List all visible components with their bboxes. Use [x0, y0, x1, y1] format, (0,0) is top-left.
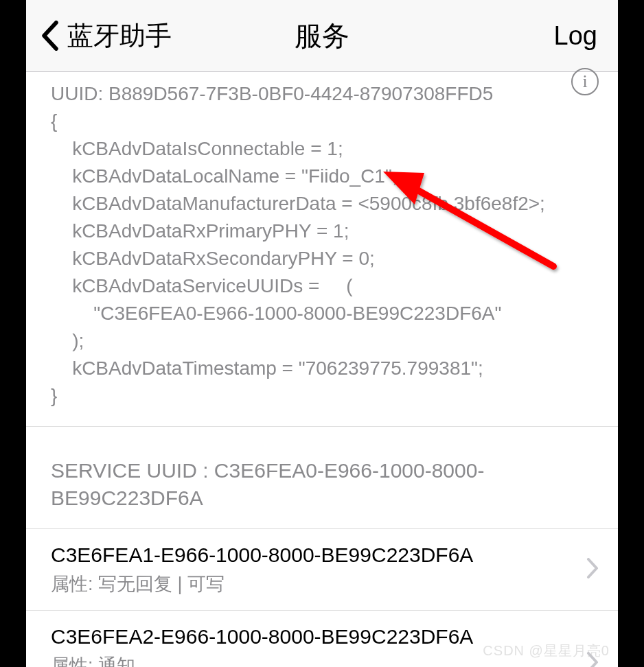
characteristic-props: 属性: 写无回复 | 可写	[51, 572, 593, 596]
log-button[interactable]: Log	[554, 21, 618, 51]
adv-data-text: UUID: B889D567-7F3B-0BF0-4424-87907308FF…	[51, 80, 593, 410]
characteristic-row[interactable]: C3E6FEA1-E966-1000-8000-BE99C223DF6A 属性:…	[26, 529, 618, 611]
characteristic-uuid: C3E6FEA1-E966-1000-8000-BE99C223DF6A	[51, 541, 593, 569]
app-frame: 蓝牙助手 服务 Log i UUID: B889D567-7F3B-0BF0-4…	[26, 0, 618, 667]
service-label-prefix: SERVICE UUID :	[51, 459, 214, 482]
chevron-left-icon	[40, 21, 60, 51]
content: i UUID: B889D567-7F3B-0BF0-4424-87907308…	[26, 72, 618, 667]
back-label: 蓝牙助手	[67, 19, 172, 54]
navbar: 蓝牙助手 服务 Log	[26, 0, 618, 72]
watermark: CSDN @星星月亮0	[483, 642, 610, 660]
back-button[interactable]: 蓝牙助手	[26, 19, 172, 54]
info-icon[interactable]: i	[571, 68, 599, 95]
service-header-1: SERVICE UUID : C3E6FEA0-E966-1000-8000-B…	[26, 427, 618, 529]
chevron-right-icon	[586, 558, 599, 581]
adv-data-block: i UUID: B889D567-7F3B-0BF0-4424-87907308…	[26, 72, 618, 427]
